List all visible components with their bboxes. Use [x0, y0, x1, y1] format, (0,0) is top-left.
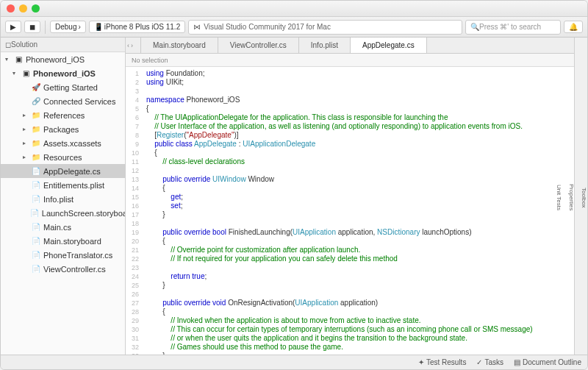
rail-unit-tests[interactable]: Unit Tests	[556, 185, 562, 210]
sidebar-item-info-plist[interactable]: 📄Info.plist	[1, 192, 125, 206]
sidebar-item-getting-started[interactable]: 🚀Getting Started	[1, 80, 125, 94]
play-icon: ▶	[10, 23, 16, 31]
sidebar-item-resources[interactable]: ▸📁Resources	[1, 150, 125, 164]
sidebar-item-phonetranslator-cs[interactable]: 📄PhoneTranslator.cs	[1, 248, 125, 262]
minimize-traffic-light[interactable]	[19, 4, 27, 13]
tab-main-storyboard[interactable]: Main.storyboard	[140, 38, 218, 53]
right-tool-rail: ToolboxPropertiesUnit Tests	[574, 38, 587, 355]
file-icon: 📄	[31, 166, 41, 177]
sidebar-item-main-storyboard[interactable]: 📄Main.storyboard	[1, 234, 125, 248]
rail-toolbox[interactable]: Toolbox	[581, 188, 587, 208]
tab-info-plist[interactable]: Info.plist	[299, 38, 351, 53]
status-address-bar: ⋈ Visual Studio Community 2017 for Mac	[188, 20, 462, 35]
device-dropdown[interactable]: 📱 iPhone 8 Plus iOS 11.2	[89, 21, 185, 33]
sidebar-item-viewcontroller-cs[interactable]: 📄ViewController.cs	[1, 262, 125, 276]
file-icon: 🚀	[31, 82, 41, 93]
file-icon: 📄	[31, 180, 41, 191]
file-icon: 📄	[30, 208, 40, 218]
build-config-dropdown[interactable]: Debug ›	[50, 21, 86, 33]
close-traffic-light[interactable]	[7, 4, 15, 13]
sidebar-item-entitlements-plist[interactable]: 📄Entitlements.plist	[1, 178, 125, 192]
file-icon: 📁	[31, 124, 41, 135]
tab-viewcontroller-cs[interactable]: ViewController.cs	[218, 38, 299, 53]
file-icon: 📄	[31, 236, 41, 246]
stop-button[interactable]: ◼	[24, 21, 40, 33]
file-icon: 📁	[31, 110, 41, 121]
file-icon: 📄	[31, 264, 41, 274]
nav-back-icon[interactable]: ‹	[127, 42, 129, 49]
solution-sidebar: ◻ Solution ▾▣Phoneword_iOS▾▣Phoneword_iO…	[1, 38, 126, 355]
file-icon: 📄	[31, 222, 41, 232]
solution-tree[interactable]: ▾▣Phoneword_iOS▾▣Phoneword_iOS🚀Getting S…	[1, 52, 125, 355]
rail-properties[interactable]: Properties	[568, 184, 575, 210]
breadcrumb[interactable]: No selection	[126, 54, 574, 67]
editor-tabs: ‹› Main.storyboardViewController.csInfo.…	[126, 38, 574, 54]
vs-icon: ⋈	[193, 23, 201, 31]
file-icon: 📁	[31, 138, 41, 149]
sidebar-header: ◻ Solution	[1, 38, 125, 52]
tasks-pad[interactable]: ✓ Tasks	[476, 358, 503, 366]
line-gutter: 1234567891011121314151617181920212223242…	[126, 67, 143, 355]
project-node[interactable]: ▾▣Phoneword_iOS	[1, 66, 125, 80]
file-icon: 🔗	[31, 96, 41, 107]
sidebar-item-main-cs[interactable]: 📄Main.cs	[1, 220, 125, 234]
chevron-right-icon: ›	[78, 23, 80, 31]
sidebar-item-packages[interactable]: ▸📁Packages	[1, 122, 125, 136]
nav-fwd-icon[interactable]: ›	[131, 42, 133, 49]
sidebar-item-launchscreen-storyboard[interactable]: 📄LaunchScreen.storyboard	[1, 206, 125, 220]
tab-appdelegate-cs[interactable]: AppDelegate.cs	[351, 38, 427, 53]
run-button[interactable]: ▶	[5, 21, 21, 33]
sidebar-item-appdelegate-cs[interactable]: 📄AppDelegate.cs	[1, 164, 125, 178]
sidebar-item-assets-xcassets[interactable]: ▸📁Assets.xcassets	[1, 136, 125, 150]
toolbar: ▶ ◼ Debug › 📱 iPhone 8 Plus iOS 11.2 ⋈ V…	[1, 17, 587, 38]
solution-root[interactable]: ▾▣Phoneword_iOS	[1, 52, 125, 66]
file-icon: 📄	[31, 194, 41, 204]
file-icon: 📁	[31, 152, 41, 163]
zoom-traffic-light[interactable]	[32, 4, 40, 13]
search-icon: 🔍	[470, 23, 479, 31]
global-search[interactable]: 🔍 Press ⌘' to search	[465, 20, 561, 35]
sidebar-item-references[interactable]: ▸📁References	[1, 108, 125, 122]
source-text[interactable]: using Foundation;using UIKit; namespace …	[143, 67, 574, 355]
window-titlebar	[1, 1, 587, 17]
editor-area: ‹› Main.storyboardViewController.csInfo.…	[126, 38, 574, 355]
test-results-pad[interactable]: ✦ Test Results	[418, 358, 466, 366]
notifications-button[interactable]: 🔔	[564, 21, 583, 33]
document-outline-pad[interactable]: ▤ Document Outline	[514, 358, 581, 366]
file-icon: 📄	[31, 250, 41, 260]
status-bar: ✦ Test Results ✓ Tasks ▤ Document Outlin…	[1, 355, 587, 369]
sidebar-item-connected-services[interactable]: 🔗Connected Services	[1, 94, 125, 108]
code-editor[interactable]: 1234567891011121314151617181920212223242…	[126, 67, 574, 355]
